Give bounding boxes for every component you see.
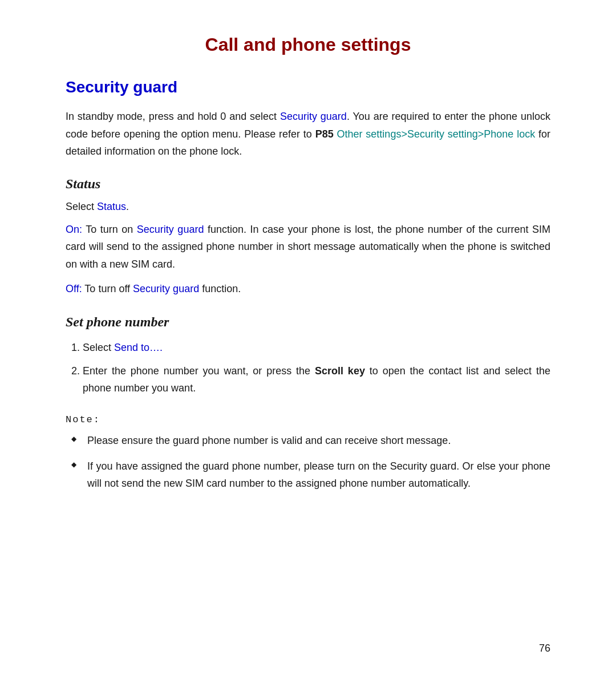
note-section: Note: Please ensure the guard phone numb… <box>66 414 550 492</box>
status-link: Status <box>97 201 126 212</box>
steps-list: Select Send to…. Enter the phone number … <box>83 339 550 397</box>
note-bullet-2: If you have assigned the guard phone num… <box>71 458 550 492</box>
select-period: . <box>126 201 129 212</box>
step1-before: Select <box>83 342 114 353</box>
scroll-key-label: Scroll key <box>315 365 365 377</box>
intro-text-before: In standby mode, press and hold 0 and se… <box>66 111 280 122</box>
select-label: Select <box>66 201 97 212</box>
set-phone-section: Set phone number Select Send to…. Enter … <box>66 314 550 397</box>
off-text: Off: To turn off Security guard function… <box>66 280 550 298</box>
on-text-before-link: To turn on <box>82 224 137 235</box>
status-heading: Status <box>66 176 550 192</box>
p85-ref: P85 <box>315 128 334 140</box>
on-label: On: <box>66 224 82 235</box>
send-to-link: Send to…. <box>114 342 163 353</box>
note-label: Note: <box>66 414 550 425</box>
security-guard-link1: Security guard <box>280 111 347 122</box>
other-settings-link: Other settings>Security setting>Phone lo… <box>334 128 535 140</box>
note-bullets: Please ensure the guard phone number is … <box>71 432 550 492</box>
page-number: 76 <box>539 642 550 654</box>
security-guard-off-link: Security guard <box>133 283 199 294</box>
step-1: Select Send to…. <box>83 339 550 357</box>
off-label: Off: <box>66 283 82 294</box>
note-bullet-1: Please ensure the guard phone number is … <box>71 432 550 450</box>
security-guard-heading: Security guard <box>66 78 550 96</box>
off-text-before-link: To turn off <box>82 283 133 294</box>
off-text-after-link: function. <box>199 283 241 294</box>
step-2: Enter the phone number you want, or pres… <box>83 362 550 397</box>
set-phone-heading: Set phone number <box>66 314 550 330</box>
on-text: On: To turn on Security guard function. … <box>66 221 550 273</box>
step2-before: Enter the phone number you want, or pres… <box>83 365 315 377</box>
status-section: Status Select Status. On: To turn on Sec… <box>66 176 550 297</box>
page-title: Call and phone settings <box>66 34 550 55</box>
security-guard-on-link: Security guard <box>137 224 204 235</box>
select-status-line: Select Status. <box>66 201 550 213</box>
security-guard-intro: In standby mode, press and hold 0 and se… <box>66 108 550 160</box>
